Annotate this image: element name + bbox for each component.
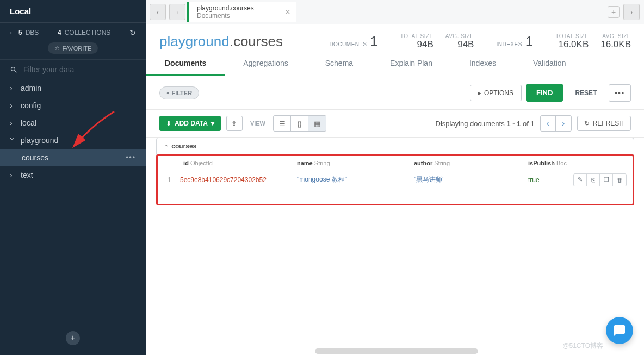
db-item-admin[interactable]: ›admin	[0, 79, 146, 97]
caret-down-icon: ▾	[211, 120, 214, 127]
database-list: ›admin ›config ›local ›playground course…	[0, 79, 146, 355]
db-item-playground[interactable]: ›playground	[0, 132, 146, 149]
content-area: ⌂ courses _id ObjectId name String autho…	[146, 138, 644, 355]
chevron-right-icon: ›	[10, 119, 15, 127]
document-tab[interactable]: playground.courses Documents ×	[187, 2, 296, 22]
stat-avg-size: AVG. SIZE 94B	[445, 33, 485, 50]
filter-input[interactable]	[23, 65, 136, 74]
add-button[interactable]: +	[66, 331, 80, 345]
download-icon: ⬇	[166, 120, 171, 127]
stat-indexes: INDEXES 1	[496, 33, 543, 50]
sub-tabs: Documents Aggregations Schema Explain Pl…	[146, 52, 644, 76]
col-id: _id ObjectId	[180, 160, 297, 166]
reset-button[interactable]: RESET	[567, 85, 604, 101]
export-icon: ⇪	[231, 120, 237, 128]
chevron-right-icon: ›	[10, 84, 15, 92]
display-info: Displaying documents 1 - 1 of 1	[436, 120, 535, 128]
stat-idx-total-size: TOTAL SIZE 16.0KB	[555, 33, 589, 50]
table-row[interactable]: 1 5ec9e8b410629c7204302b52 "mongoose 教程"…	[158, 170, 632, 189]
sidebar: Local › 5 DBS 4 COLLECTIONS ↻ ☆ FAVORITE…	[0, 0, 146, 355]
pencil-icon: ✎	[578, 176, 583, 183]
tab-subtitle: Documents	[197, 12, 288, 20]
clone-button[interactable]: ❐	[600, 174, 613, 186]
connection-name: Local	[0, 0, 146, 23]
add-data-button[interactable]: ⬇ ADD DATA ▾	[159, 116, 221, 131]
chevron-right-icon: ›	[10, 171, 15, 179]
tab-indexes[interactable]: Indexes	[451, 52, 515, 76]
more-icon[interactable]: •••	[126, 154, 136, 161]
tab-overflow-button[interactable]: ›	[623, 4, 640, 20]
chat-button[interactable]	[606, 317, 633, 344]
col-author: author String	[414, 160, 528, 166]
view-label: VIEW	[250, 120, 265, 127]
cell-author: "黑马讲师"	[414, 175, 528, 184]
edit-button[interactable]: ✎	[574, 174, 587, 186]
main-panel: ‹ › playground.courses Documents × + › p…	[146, 0, 644, 355]
view-mode-group: ☰ {} ▦	[273, 115, 326, 132]
page-next-button[interactable]: ›	[556, 116, 571, 131]
nav-back-button[interactable]: ‹	[150, 4, 166, 20]
highlight-box: _id ObjectId name String author String i…	[156, 154, 634, 205]
collections-count-stat: 4 COLLECTIONS	[58, 29, 110, 36]
tab-schema[interactable]: Schema	[307, 52, 371, 76]
table-icon: ▦	[314, 120, 320, 128]
breadcrumb: ⌂ courses	[156, 138, 634, 155]
refresh-icon[interactable]: ↻	[129, 28, 136, 37]
tab-documents[interactable]: Documents	[146, 52, 225, 76]
tab-bar: ‹ › playground.courses Documents × + ›	[146, 0, 644, 24]
refresh-icon: ↻	[584, 120, 590, 127]
pagination: ‹ ›	[540, 115, 572, 132]
db-item-text[interactable]: ›text	[0, 166, 146, 184]
filter-bar: ● FILTER ▸ OPTIONS FIND RESET •••	[146, 76, 644, 110]
cell-ispublish: true	[528, 176, 580, 184]
find-button[interactable]: FIND	[526, 84, 563, 102]
search-row	[0, 59, 146, 79]
delete-button[interactable]: 🗑	[613, 174, 626, 186]
favorite-button[interactable]: ☆ FAVORITE	[48, 42, 98, 54]
options-button[interactable]: ▸ OPTIONS	[470, 85, 522, 101]
search-icon	[10, 66, 18, 74]
namespace-stats: DOCUMENTS 1 TOTAL SIZE 94B AVG. SIZE 94B…	[329, 33, 631, 50]
copy-button[interactable]: ⎘	[587, 174, 600, 186]
braces-icon: {}	[297, 120, 302, 128]
page-prev-button[interactable]: ‹	[541, 116, 556, 131]
db-item-config[interactable]: ›config	[0, 97, 146, 114]
toolbar: ⬇ ADD DATA ▾ ⇪ VIEW ☰ {} ▦ Displaying do…	[146, 110, 644, 138]
star-icon: ☆	[54, 45, 60, 52]
namespace-title: playground.courses	[159, 33, 283, 50]
trash-icon: 🗑	[617, 177, 623, 183]
horizontal-scrollbar[interactable]	[315, 348, 478, 354]
db-item-local[interactable]: ›local	[0, 114, 146, 132]
view-table-button[interactable]: ▦	[308, 116, 326, 131]
view-json-button[interactable]: {}	[291, 116, 308, 131]
nav-forward-button[interactable]: ›	[169, 4, 185, 20]
refresh-button[interactable]: ↻ REFRESH	[577, 116, 631, 131]
close-icon[interactable]: ×	[284, 7, 290, 18]
col-name: name String	[297, 160, 414, 166]
tab-validation[interactable]: Validation	[515, 52, 584, 76]
chevron-right-icon: ›	[10, 101, 15, 110]
stat-total-size: TOTAL SIZE 94B	[400, 33, 434, 50]
watermark: @51CTO博客	[562, 341, 603, 351]
new-tab-button[interactable]: +	[608, 6, 620, 18]
tab-explain-plan[interactable]: Explain Plan	[371, 52, 451, 76]
list-icon: ☰	[279, 120, 286, 128]
tab-aggregations[interactable]: Aggregations	[225, 52, 307, 76]
row-actions: ✎ ⎘ ❐ 🗑	[573, 173, 627, 186]
caret-right-icon: ▸	[478, 89, 481, 97]
collection-item-courses[interactable]: courses •••	[0, 149, 146, 166]
dbs-count-stat[interactable]: › 5 DBS	[10, 29, 39, 36]
filter-pill[interactable]: ● FILTER	[159, 86, 199, 99]
col-ispublish: isPublish Boc	[528, 160, 580, 166]
clone-icon: ❐	[604, 176, 609, 183]
cell-id: 5ec9e8b410629c7204302b52	[180, 176, 297, 184]
stat-documents: DOCUMENTS 1	[329, 33, 388, 50]
row-number: 1	[158, 176, 180, 184]
more-options-button[interactable]: •••	[609, 84, 631, 102]
home-icon: ⌂	[164, 142, 168, 150]
export-button[interactable]: ⇪	[226, 116, 243, 131]
filter-icon: ●	[166, 90, 169, 96]
chevron-down-icon: ›	[8, 138, 17, 143]
chat-icon	[613, 324, 626, 337]
view-list-button[interactable]: ☰	[274, 116, 291, 131]
